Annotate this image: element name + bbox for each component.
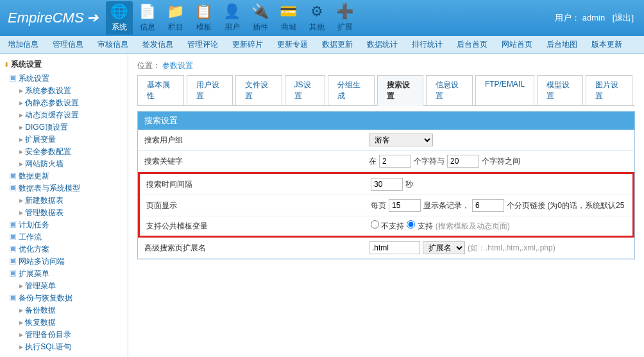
tree-系统参数设置[interactable]: 系统参数设置: [1, 85, 128, 97]
sidebar-tree: 系统设置系统参数设置伪静态参数设置动态页缓存设置DIGG顶设置扩展变量安全参数配…: [0, 73, 128, 353]
tab-JS设置[interactable]: JS设置: [285, 75, 326, 105]
menu-管理评论[interactable]: 管理评论: [187, 39, 218, 50]
page-per-input[interactable]: [389, 199, 421, 212]
keyword-max-input[interactable]: [447, 155, 479, 168]
nav-栏目[interactable]: 📁栏目: [162, 1, 189, 35]
tree-扩展变量[interactable]: 扩展变量: [1, 134, 128, 146]
tab-用户设置[interactable]: 用户设置: [187, 75, 233, 105]
tree-备份数据[interactable]: 备份数据: [1, 304, 128, 317]
user-area: 用户： admin [退出]: [555, 12, 634, 24]
tpl-radio-yes[interactable]: [407, 220, 415, 229]
tab-分组生成[interactable]: 分组生成: [328, 75, 375, 105]
logo-arrow-icon: ➔: [87, 10, 98, 26]
breadcrumb-prefix: 位置：: [137, 61, 160, 70]
logo-text: EmpireCMS: [8, 10, 84, 26]
tree-网站防火墙[interactable]: 网站防火墙: [1, 158, 128, 170]
tree-管理数据表[interactable]: 管理数据表: [1, 207, 128, 219]
tree-伪静态参数设置[interactable]: 伪静态参数设置: [1, 97, 128, 109]
tpl-support[interactable]: 支持: [407, 220, 432, 232]
tree-数据表与系统模型[interactable]: 数据表与系统模型: [1, 182, 128, 195]
tab-搜索设置[interactable]: 搜索设置: [377, 75, 424, 106]
menu-版本更新[interactable]: 版本更新: [591, 39, 622, 50]
menu-后台地图[interactable]: 后台地图: [547, 39, 577, 50]
page-links-input[interactable]: [472, 199, 504, 212]
tab-模型设置[interactable]: 模型设置: [537, 75, 584, 105]
breadcrumb-link[interactable]: 参数设置: [162, 61, 193, 70]
tree-管理菜单[interactable]: 管理菜单: [1, 280, 128, 292]
page-mid: 显示条记录，: [423, 200, 470, 211]
tree-扩展菜单[interactable]: 扩展菜单: [1, 268, 128, 280]
top-header: EmpireCMS ➔ 🌐系统📄信息📁栏目📋模板👤用户🔌插件💳商城⚙其他➕扩展 …: [0, 0, 644, 36]
menu-更新专题[interactable]: 更新专题: [277, 39, 308, 50]
menu-数据更新[interactable]: 数据更新: [322, 39, 353, 50]
模板-icon: 📋: [191, 1, 217, 22]
tpl-label: 支持公共模板变量: [146, 221, 371, 232]
usergroup-select[interactable]: 游客: [369, 134, 433, 146]
ext-input[interactable]: [369, 241, 420, 254]
interval-label: 搜索时间间隔: [146, 179, 371, 190]
highlighted-box: 搜索时间间隔 秒 页面显示 每页 显示条记录， 个分: [138, 172, 634, 238]
插件-icon: 🔌: [247, 1, 274, 22]
menu-网站首页[interactable]: 网站首页: [502, 39, 532, 50]
menu-后台首页[interactable]: 后台首页: [457, 39, 487, 50]
logout-link[interactable]: [退出]: [613, 13, 634, 22]
nav-商城[interactable]: 💳商城: [275, 1, 302, 35]
tree-动态页缓存设置[interactable]: 动态页缓存设置: [1, 109, 128, 121]
tree-工作流[interactable]: 工作流: [1, 231, 128, 243]
tree-备份与恢复数据[interactable]: 备份与恢复数据: [1, 292, 128, 304]
tree-DIGG顶设置[interactable]: DIGG顶设置: [1, 121, 128, 134]
row-ext: 高级搜索页扩展名 扩展名 (如：.html,.htm,.xml,.php): [138, 238, 634, 259]
row-usergroup: 搜索用户组 游客: [138, 130, 634, 151]
menu-数据统计[interactable]: 数据统计: [367, 39, 398, 50]
menu-管理信息[interactable]: 管理信息: [53, 39, 83, 50]
page-pre: 每页: [371, 200, 386, 211]
tree-优化方案[interactable]: 优化方案: [1, 243, 128, 256]
ext-select[interactable]: 扩展名: [423, 241, 465, 254]
其他-icon: ⚙: [303, 1, 330, 22]
tree-计划任务[interactable]: 计划任务: [1, 219, 128, 231]
tab-图片设置[interactable]: 图片设置: [586, 75, 632, 105]
nav-扩展[interactable]: ➕扩展: [332, 1, 359, 35]
menu-排行统计[interactable]: 排行统计: [412, 39, 443, 50]
search-settings-panel: 搜索设置 搜索用户组 游客 搜索关键字 在 个字符与: [137, 111, 635, 259]
ext-label: 高级搜索页扩展名: [144, 243, 369, 254]
nav-其他[interactable]: ⚙其他: [303, 1, 330, 35]
page-post: 个分页链接 (为0的话，系统默认25: [507, 200, 624, 211]
sidebar: 系统设置 系统设置系统参数设置伪静态参数设置动态页缓存设置DIGG顶设置扩展变量…: [0, 54, 128, 357]
tree-管理备份目录[interactable]: 管理备份目录: [1, 329, 128, 341]
menu-更新碎片[interactable]: 更新碎片: [232, 39, 263, 50]
tree-恢复数据[interactable]: 恢复数据: [1, 317, 128, 329]
tree-安全参数配置[interactable]: 安全参数配置: [1, 146, 128, 158]
栏目-icon: 📁: [162, 1, 189, 22]
tab-信息设置[interactable]: 信息设置: [426, 75, 473, 105]
tree-执行SQL语句[interactable]: 执行SQL语句: [1, 341, 128, 353]
tab-FTP/EMAIL[interactable]: FTP/EMAIL: [475, 75, 534, 105]
menu-签发信息[interactable]: 签发信息: [142, 39, 173, 50]
row-interval: 搜索时间间隔 秒: [140, 174, 632, 195]
menu-增加信息[interactable]: 增加信息: [8, 39, 38, 50]
nav-信息[interactable]: 📄信息: [134, 1, 161, 35]
keyword-label: 搜索关键字: [144, 156, 369, 167]
nav-插件[interactable]: 🔌插件: [247, 1, 274, 35]
tab-文件设置[interactable]: 文件设置: [235, 75, 282, 105]
tpl-no-support[interactable]: 不支持: [371, 220, 404, 232]
content-area: 位置： 参数设置 基本属性用户设置文件设置JS设置分组生成搜索设置信息设置FTP…: [128, 54, 644, 357]
tpl-radio-no[interactable]: [371, 220, 379, 229]
row-keyword: 搜索关键字 在 个字符与 个字符之间: [138, 151, 634, 172]
tree-系统设置[interactable]: 系统设置: [1, 73, 128, 85]
nav-系统[interactable]: 🌐系统: [106, 1, 133, 35]
用户-icon: 👤: [219, 1, 246, 22]
tree-网站多访问端[interactable]: 网站多访问端: [1, 256, 128, 268]
menu-审核信息[interactable]: 审核信息: [97, 39, 128, 50]
usergroup-label: 搜索用户组: [144, 135, 369, 146]
tab-基本属性[interactable]: 基本属性: [137, 75, 184, 105]
interval-input[interactable]: [371, 178, 403, 191]
keyword-post: 个字符之间: [482, 156, 520, 167]
panel-title: 搜索设置: [138, 112, 634, 130]
tree-数据更新[interactable]: 数据更新: [1, 170, 128, 182]
系统-icon: 🌐: [106, 1, 133, 22]
nav-用户[interactable]: 👤用户: [219, 1, 246, 35]
tree-新建数据表[interactable]: 新建数据表: [1, 195, 128, 207]
nav-模板[interactable]: 📋模板: [191, 1, 217, 35]
keyword-min-input[interactable]: [379, 155, 411, 168]
